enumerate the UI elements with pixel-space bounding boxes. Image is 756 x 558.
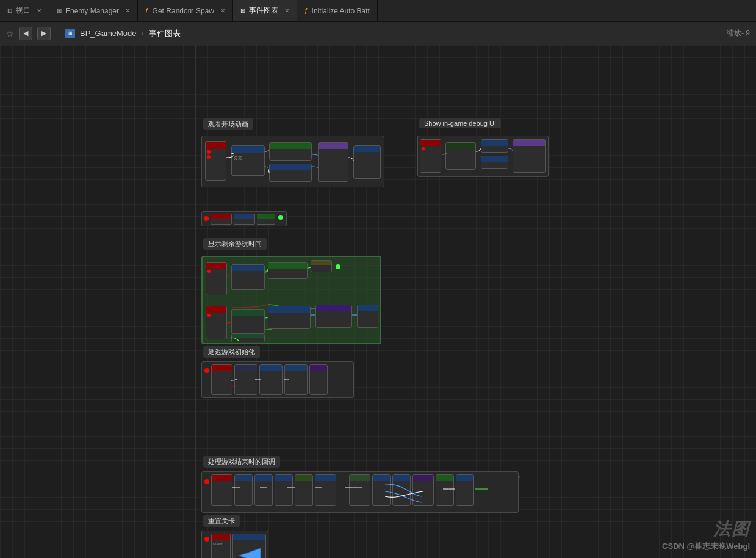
forward-button[interactable]: ▶ [37, 27, 51, 40]
breadcrumb-home[interactable]: BP_GameMode [80, 29, 137, 38]
label-reset-level: 重置关卡 [203, 515, 240, 527]
group-handle-callback [201, 471, 519, 513]
tab-close-event-graph[interactable]: ✕ [284, 7, 289, 14]
group-watch-opening: 分支 [201, 136, 384, 187]
tab-bar: ⊡ 视口 ✕ ⊞ Enemy Manager ✕ ƒ Get Random Sp… [0, 0, 756, 22]
back-button[interactable]: ◀ [19, 27, 32, 40]
node-3 [269, 142, 312, 161]
group-show-debug [417, 136, 549, 177]
node-5 [318, 142, 348, 182]
label-show-debug: Show in-game debug UI [419, 118, 501, 128]
node-4 [269, 164, 312, 182]
watermark: 法图 CSDN @暮志未晚Webgl [662, 518, 750, 552]
tab-viewport[interactable]: ⊡ 视口 ✕ [0, 0, 49, 21]
vertical-divider [195, 45, 196, 558]
favorite-icon[interactable]: ☆ [6, 29, 14, 38]
tab-get-random-spawn[interactable]: ƒ Get Random Spaw ✕ [138, 0, 233, 21]
event-graph-icon: ⊞ [240, 7, 245, 14]
label-delay-init: 延迟游戏初始化 [203, 346, 260, 358]
group-expand-arrow: → [514, 473, 522, 481]
label-handle-callback: 处理游戏结束时的回调 [203, 456, 280, 468]
group-reset-level: Event [201, 531, 268, 558]
label-watch-opening: 观看开场动画 [203, 118, 253, 130]
horizontal-divider [0, 369, 756, 369]
viewport-icon: ⊡ [7, 7, 12, 14]
bp-gamemode-icon: ⊞ [65, 29, 75, 38]
enemy-manager-icon: ⊞ [57, 7, 62, 14]
tab-initialize-auto-batt[interactable]: ƒ Initialize Auto Batt [297, 0, 378, 21]
tab-close-get-random-spawn[interactable]: ✕ [220, 7, 225, 14]
loose-nodes-top [201, 211, 287, 226]
initialize-auto-batt-icon: ƒ [304, 7, 308, 14]
tab-enemy-manager[interactable]: ⊞ Enemy Manager ✕ [49, 0, 138, 21]
breadcrumb-current: 事件图表 [149, 28, 181, 39]
node-6 [353, 145, 381, 179]
loose-node-dot [275, 211, 287, 223]
get-random-spawn-icon: ƒ [145, 7, 149, 14]
node-2: 分支 [231, 145, 265, 176]
node-event-1 [205, 141, 226, 181]
canvas-area[interactable]: 观看开场动画 分支 [0, 45, 756, 558]
breadcrumb-bar: ☆ ◀ ▶ ⊞ BP_GameMode › 事件图表 缩放- 9 [0, 22, 756, 45]
breadcrumb-separator: › [142, 29, 144, 38]
label-show-remaining: 显示剩余游玩时间 [203, 238, 267, 250]
svg-marker-0 [239, 548, 261, 558]
group-show-remaining [201, 256, 381, 344]
group-delay-init [201, 361, 354, 398]
tab-event-graph[interactable]: ⊞ 事件图表 ✕ [233, 0, 297, 21]
tab-close-enemy-manager[interactable]: ✕ [125, 7, 130, 14]
tab-close-viewport[interactable]: ✕ [37, 7, 41, 14]
zoom-label: 缩放- 9 [727, 28, 750, 38]
